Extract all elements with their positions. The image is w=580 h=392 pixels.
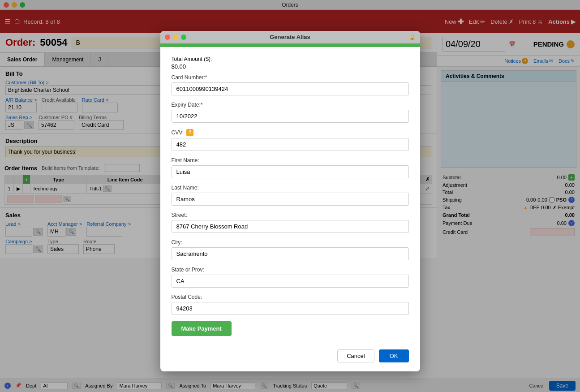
total-amount-field: Total Amount ($): $0.00: [172, 56, 409, 70]
state-label: State or Prov:: [172, 267, 409, 273]
street-input[interactable]: [172, 220, 409, 233]
modal-title: Generate Alias: [270, 34, 310, 40]
generate-alias-modal: Generate Alias 🔒 Total Amount ($): $0.00…: [160, 31, 420, 371]
expiry-date-field: Expiry Date:*: [172, 102, 409, 123]
modal-close-button[interactable]: [165, 34, 170, 40]
modal-titlebar: Generate Alias 🔒: [160, 31, 420, 43]
first-name-label: First Name:: [172, 157, 409, 164]
postal-code-label: Postal Code:: [172, 294, 409, 300]
total-amount-value: $0.00: [172, 63, 409, 70]
card-number-field: Card Number:*: [172, 74, 409, 95]
cvv-label: CVV:: [172, 129, 184, 136]
city-field: City:: [172, 239, 409, 260]
make-payment-button[interactable]: Make Payment: [172, 321, 232, 336]
last-name-field: Last Name:: [172, 185, 409, 206]
modal-footer: Cancel OK: [160, 345, 420, 371]
make-payment-container: Make Payment: [172, 321, 409, 336]
modal-minimize-button[interactable]: [173, 34, 178, 40]
city-label: City:: [172, 239, 409, 246]
modal-ok-button[interactable]: OK: [379, 349, 409, 362]
street-field: Street:: [172, 212, 409, 233]
city-input[interactable]: [172, 247, 409, 260]
modal-overlay: Generate Alias 🔒 Total Amount ($): $0.00…: [0, 0, 580, 392]
state-field: State or Prov:: [172, 267, 409, 288]
expiry-date-label: Expiry Date:*: [172, 102, 409, 108]
modal-cancel-button[interactable]: Cancel: [337, 349, 374, 362]
street-label: Street:: [172, 212, 409, 218]
cvv-field: CVV: ?: [172, 129, 409, 151]
cvv-help-icon[interactable]: ?: [186, 129, 193, 136]
postal-code-input[interactable]: [172, 302, 409, 315]
cvv-label-row: CVV: ?: [172, 129, 409, 136]
postal-code-field: Postal Code:: [172, 294, 409, 315]
last-name-input[interactable]: [172, 193, 409, 206]
first-name-input[interactable]: [172, 165, 409, 178]
card-number-label: Card Number:*: [172, 74, 409, 81]
expiry-date-input[interactable]: [172, 110, 409, 123]
modal-traffic-lights: [165, 34, 186, 40]
cvv-input[interactable]: [172, 138, 409, 151]
modal-lock-icon: 🔒: [409, 34, 416, 40]
total-amount-label: Total Amount ($):: [172, 56, 212, 62]
card-number-input[interactable]: [172, 82, 409, 95]
modal-body: Total Amount ($): $0.00 Card Number:* Ex…: [160, 47, 420, 345]
last-name-label: Last Name:: [172, 185, 409, 191]
modal-green-bar: [160, 43, 420, 47]
modal-maximize-button[interactable]: [181, 34, 186, 40]
state-input[interactable]: [172, 275, 409, 288]
first-name-field: First Name:: [172, 157, 409, 178]
